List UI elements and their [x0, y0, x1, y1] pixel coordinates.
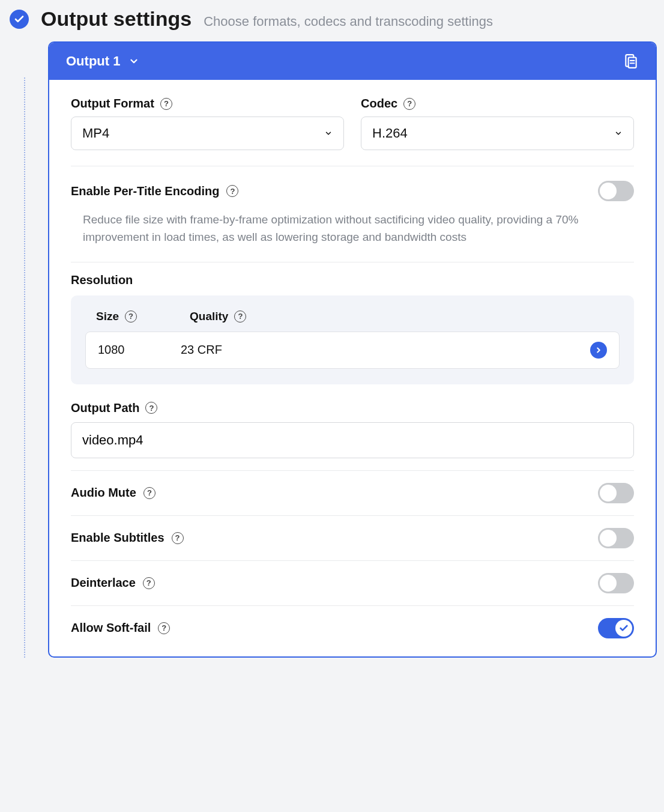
step-connector-line	[24, 77, 25, 658]
help-icon[interactable]: ?	[403, 98, 415, 110]
copy-icon[interactable]	[623, 53, 639, 69]
chevron-down-icon	[614, 129, 623, 138]
deinterlace-toggle[interactable]	[598, 573, 634, 593]
subtitles-toggle[interactable]	[598, 528, 634, 548]
chevron-down-icon	[324, 129, 333, 138]
subtitles-label: Enable Subtitles	[71, 531, 164, 545]
help-icon[interactable]: ?	[143, 577, 155, 589]
soft-fail-label: Allow Soft-fail	[71, 621, 151, 635]
output-format-value: MP4	[82, 126, 109, 141]
resolution-row[interactable]: 1080 23 CRF	[85, 332, 620, 369]
resolution-quality-value: 23 CRF	[181, 343, 590, 357]
resolution-size-header: Size	[96, 310, 119, 323]
audio-mute-label: Audio Mute	[71, 486, 136, 500]
resolution-quality-header: Quality	[190, 310, 228, 323]
output-path-field: Output Path ?	[71, 401, 634, 458]
output-format-select[interactable]: MP4	[71, 117, 344, 150]
resolution-title: Resolution	[71, 273, 634, 287]
codec-value: H.264	[372, 126, 408, 141]
per-title-toggle[interactable]	[598, 181, 634, 201]
help-icon[interactable]: ?	[145, 402, 157, 414]
output-format-field: Output Format ? MP4	[71, 97, 344, 150]
deinterlace-label: Deinterlace	[71, 576, 136, 590]
per-title-description: Reduce file size with frame-by-frame opt…	[71, 201, 634, 262]
output-tab-selector[interactable]: Output 1	[66, 53, 139, 69]
chevron-down-icon	[128, 56, 139, 67]
output-path-label: Output Path	[71, 401, 139, 415]
per-title-label: Enable Per-Title Encoding	[71, 184, 219, 198]
page-subtitle: Choose formats, codecs and transcoding s…	[204, 14, 493, 29]
page-header: Output settings Choose formats, codecs a…	[7, 7, 657, 31]
codec-label: Codec	[361, 97, 397, 111]
help-icon[interactable]: ?	[234, 311, 246, 323]
resolution-size-value: 1080	[98, 343, 181, 357]
help-icon[interactable]: ?	[226, 185, 238, 197]
help-icon[interactable]: ?	[143, 487, 155, 499]
audio-mute-toggle[interactable]	[598, 483, 634, 503]
help-icon[interactable]: ?	[125, 311, 137, 323]
check-circle-icon	[10, 10, 29, 29]
help-icon[interactable]: ?	[158, 622, 170, 634]
soft-fail-toggle[interactable]	[598, 618, 634, 638]
output-tab-label: Output 1	[66, 53, 120, 69]
divider	[71, 166, 634, 166]
help-icon[interactable]: ?	[172, 532, 184, 544]
output-format-label: Output Format	[71, 97, 154, 111]
output-path-input[interactable]	[71, 422, 634, 458]
page-title: Output settings	[41, 7, 192, 31]
arrow-right-icon	[590, 342, 607, 359]
codec-field: Codec ? H.264	[361, 97, 634, 150]
resolution-box: Size? Quality? 1080 23 CRF	[71, 295, 634, 384]
output-card: Output 1 Output Format ? MP4	[48, 41, 657, 658]
card-header: Output 1	[49, 43, 656, 80]
codec-select[interactable]: H.264	[361, 117, 634, 150]
help-icon[interactable]: ?	[160, 98, 172, 110]
